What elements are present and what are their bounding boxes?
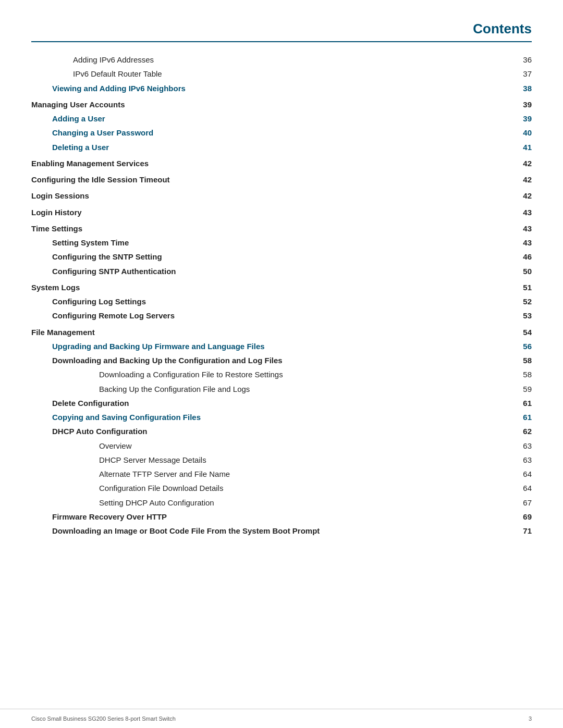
toc-entry-page: 67 <box>500 496 532 510</box>
footer-right: 3 <box>529 715 532 722</box>
toc-row: Upgrading and Backing Up Firmware and La… <box>31 339 532 353</box>
toc-entry-page: 42 <box>500 172 532 187</box>
toc-row: Overview63 <box>31 439 532 453</box>
toc-row: Login History43 <box>31 205 532 219</box>
toc-entry-page: 41 <box>500 140 532 154</box>
toc-entry-label: Backing Up the Configuration File and Lo… <box>31 382 500 396</box>
toc-entry-page: 51 <box>500 280 532 294</box>
toc-entry-label: Downloading and Backing Up the Configura… <box>31 353 500 367</box>
toc-row: Configuration File Download Details64 <box>31 481 532 495</box>
toc-row: Setting System Time43 <box>31 236 532 250</box>
toc-entry-label: Setting DHCP Auto Configuration <box>31 496 500 510</box>
toc-row: Enabling Management Services42 <box>31 156 532 170</box>
toc-entry-page: 56 <box>500 339 532 353</box>
toc-entry-page: 64 <box>500 467 532 481</box>
top-section: Contents <box>0 0 563 37</box>
toc-row: Firmware Recovery Over HTTP69 <box>31 510 532 524</box>
toc-entry-page: 58 <box>500 367 532 381</box>
toc-body: Adding IPv6 Addresses36IPv6 Default Rout… <box>0 42 563 709</box>
toc-entry-label: Setting System Time <box>31 236 500 250</box>
toc-entry-label: Changing a User Password <box>31 126 500 140</box>
toc-row: Managing User Accounts39 <box>31 97 532 112</box>
page-container: Contents Adding IPv6 Addresses36IPv6 Def… <box>0 0 563 728</box>
footer: Cisco Small Business SG200 Series 8-port… <box>0 709 563 728</box>
toc-row: DHCP Auto Configuration62 <box>31 424 532 438</box>
toc-entry-page: 71 <box>500 524 532 538</box>
toc-entry-page: 63 <box>500 453 532 467</box>
toc-entry-label: Configuring Log Settings <box>31 294 500 309</box>
toc-entry-page: 43 <box>500 236 532 250</box>
toc-row: Downloading an Image or Boot Code File F… <box>31 524 532 538</box>
toc-entry-label: Managing User Accounts <box>31 97 500 112</box>
toc-row: Downloading and Backing Up the Configura… <box>31 353 532 367</box>
toc-entry-page: 42 <box>500 156 532 170</box>
toc-entry-label: Upgrading and Backing Up Firmware and La… <box>31 339 500 353</box>
toc-entry-page: 37 <box>500 67 532 81</box>
toc-entry-page: 39 <box>500 97 532 112</box>
toc-entry-page: 54 <box>500 325 532 339</box>
toc-entry-page: 59 <box>500 382 532 396</box>
toc-entry-page: 58 <box>500 353 532 367</box>
toc-entry-label: Login History <box>31 205 500 219</box>
toc-row: Adding IPv6 Addresses36 <box>31 53 532 67</box>
contents-title: Contents <box>473 21 532 37</box>
toc-row: DHCP Server Message Details63 <box>31 453 532 467</box>
toc-entry-label: Viewing and Adding IPv6 Neighbors <box>31 81 500 95</box>
toc-entry-label: Enabling Management Services <box>31 156 500 170</box>
toc-entry-label: Alternate TFTP Server and File Name <box>31 467 500 481</box>
toc-entry-page: 39 <box>500 112 532 126</box>
toc-row: Configuring the SNTP Setting46 <box>31 250 532 264</box>
toc-entry-label: Configuring Remote Log Servers <box>31 309 500 323</box>
toc-entry-label: Configuring the SNTP Setting <box>31 250 500 264</box>
toc-entry-page: 38 <box>500 81 532 95</box>
footer-left: Cisco Small Business SG200 Series 8-port… <box>31 715 176 722</box>
toc-row: Alternate TFTP Server and File Name64 <box>31 467 532 481</box>
toc-entry-label: Adding IPv6 Addresses <box>31 53 500 67</box>
toc-row: Login Sessions42 <box>31 189 532 203</box>
toc-entry-label: IPv6 Default Router Table <box>31 67 500 81</box>
toc-entry-page: 50 <box>500 264 532 278</box>
toc-entry-page: 69 <box>500 510 532 524</box>
toc-entry-page: 46 <box>500 250 532 264</box>
toc-row: System Logs51 <box>31 280 532 294</box>
toc-entry-label: Configuring SNTP Authentication <box>31 264 500 278</box>
toc-entry-page: 43 <box>500 221 532 236</box>
toc-entry-page: 53 <box>500 309 532 323</box>
toc-entry-label: Downloading a Configuration File to Rest… <box>31 367 500 381</box>
toc-entry-page: 64 <box>500 481 532 495</box>
toc-entry-page: 52 <box>500 294 532 309</box>
toc-row: Downloading a Configuration File to Rest… <box>31 367 532 381</box>
toc-entry-label: Time Settings <box>31 221 500 236</box>
toc-row: Configuring the Idle Session Timeout42 <box>31 172 532 187</box>
toc-entry-label: DHCP Auto Configuration <box>31 424 500 438</box>
toc-entry-page: 42 <box>500 189 532 203</box>
toc-entry-page: 40 <box>500 126 532 140</box>
toc-row: Setting DHCP Auto Configuration67 <box>31 496 532 510</box>
toc-row: Copying and Saving Configuration Files61 <box>31 410 532 424</box>
toc-row: Deleting a User41 <box>31 140 532 154</box>
toc-entry-label: Delete Configuration <box>31 396 500 410</box>
toc-row: File Management54 <box>31 325 532 339</box>
toc-entry-page: 36 <box>500 53 532 67</box>
toc-row: Backing Up the Configuration File and Lo… <box>31 382 532 396</box>
toc-entry-label: DHCP Server Message Details <box>31 453 500 467</box>
toc-entry-label: Configuration File Download Details <box>31 481 500 495</box>
toc-entry-label: Downloading an Image or Boot Code File F… <box>31 524 500 538</box>
toc-entry-label: Adding a User <box>31 112 500 126</box>
toc-entry-label: Overview <box>31 439 500 453</box>
toc-row: Configuring SNTP Authentication50 <box>31 264 532 278</box>
toc-row: IPv6 Default Router Table37 <box>31 67 532 81</box>
toc-entry-label: File Management <box>31 325 500 339</box>
toc-table: Adding IPv6 Addresses36IPv6 Default Rout… <box>31 53 532 538</box>
toc-row: Configuring Log Settings52 <box>31 294 532 309</box>
toc-entry-label: Firmware Recovery Over HTTP <box>31 510 500 524</box>
toc-row: Delete Configuration61 <box>31 396 532 410</box>
toc-entry-page: 62 <box>500 424 532 438</box>
toc-row: Time Settings43 <box>31 221 532 236</box>
toc-entry-label: Copying and Saving Configuration Files <box>31 410 500 424</box>
toc-row: Changing a User Password40 <box>31 126 532 140</box>
toc-entry-page: 43 <box>500 205 532 219</box>
toc-entry-label: Login Sessions <box>31 189 500 203</box>
toc-entry-page: 61 <box>500 396 532 410</box>
toc-entry-page: 61 <box>500 410 532 424</box>
